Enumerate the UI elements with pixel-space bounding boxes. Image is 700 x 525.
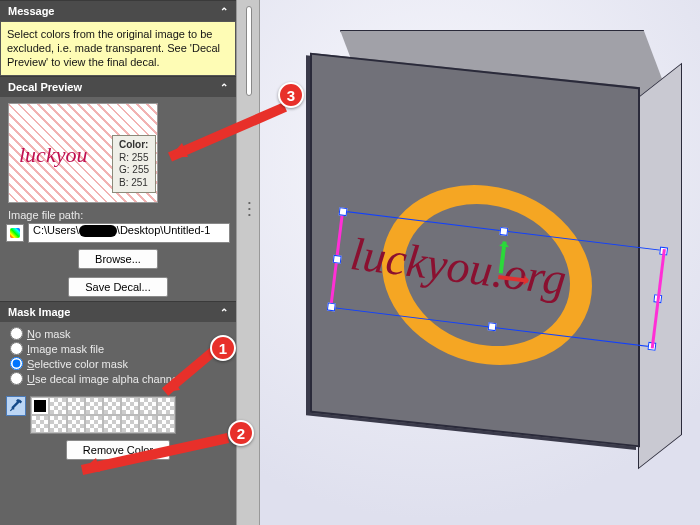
image-file-path-label: Image file path:	[0, 209, 236, 221]
eyedropper-button[interactable]	[6, 396, 26, 416]
color-swatch-empty[interactable]	[67, 397, 85, 415]
svg-line-2	[82, 438, 228, 470]
image-icon	[6, 224, 24, 242]
message-body: Select colors from the original image to…	[0, 21, 236, 76]
tooltip-g: G: 255	[119, 164, 149, 175]
chevron-up-icon: ⌃	[220, 82, 228, 93]
resize-handle[interactable]	[333, 255, 342, 264]
color-swatch-empty[interactable]	[103, 397, 121, 415]
image-file-path-input[interactable]: C:\Users\\Desktop\Untitled-1	[28, 223, 230, 243]
radio-alpha-input[interactable]	[10, 372, 23, 385]
chevron-up-icon: ⌃	[220, 6, 228, 17]
resize-handle[interactable]	[499, 227, 508, 236]
image-file-path-row: C:\Users\\Desktop\Untitled-1	[0, 221, 236, 245]
save-decal-button[interactable]: Save Decal...	[68, 277, 167, 297]
move-gizmo-y[interactable]	[498, 241, 506, 273]
resize-handle[interactable]	[659, 247, 668, 256]
callout-3: 3	[278, 82, 304, 108]
color-swatch-empty[interactable]	[85, 397, 103, 415]
color-swatch-empty[interactable]	[121, 397, 139, 415]
color-swatch-black[interactable]	[31, 397, 49, 415]
viewport-3d[interactable]: luckyou.org	[260, 0, 700, 525]
tooltip-b: B: 251	[119, 177, 148, 188]
color-swatch-empty[interactable]	[31, 415, 49, 433]
splitter-grip-icon: •••	[248, 200, 251, 218]
resize-handle[interactable]	[487, 322, 496, 331]
resize-handle[interactable]	[653, 294, 662, 303]
eyedropper-icon	[9, 399, 23, 413]
annotation-arrow-2	[60, 428, 240, 488]
radio-no-mask[interactable]: No mask	[10, 326, 226, 341]
radio-image-mask-input[interactable]	[10, 342, 23, 355]
path-redacted	[79, 225, 117, 237]
svg-line-4	[170, 107, 285, 157]
callout-1: 1	[210, 335, 236, 361]
decal-preview-title: Decal Preview	[8, 81, 82, 93]
splitter-handle[interactable]	[246, 6, 252, 96]
move-gizmo-x[interactable]	[498, 275, 528, 283]
callout-2: 2	[228, 420, 254, 446]
message-title: Message	[8, 5, 54, 17]
mask-image-header[interactable]: Mask Image ⌃	[0, 301, 236, 322]
chevron-up-icon: ⌃	[220, 307, 228, 318]
tooltip-label: Color:	[119, 139, 148, 150]
model-cube[interactable]: luckyou.org	[310, 30, 670, 460]
radio-selective-input[interactable]	[10, 357, 23, 370]
path-suffix: \Desktop\Untitled-1	[117, 224, 211, 236]
preview-decal-text: luckyou	[19, 142, 87, 168]
path-prefix: C:\Users\	[33, 224, 79, 236]
browse-button[interactable]: Browse...	[78, 249, 158, 269]
color-swatch-empty[interactable]	[49, 397, 67, 415]
mask-image-title: Mask Image	[8, 306, 70, 318]
resize-handle[interactable]	[339, 207, 348, 216]
message-section-header[interactable]: Message ⌃	[0, 0, 236, 21]
annotation-arrow-3	[150, 95, 300, 175]
radio-no-mask-input[interactable]	[10, 327, 23, 340]
resize-handle[interactable]	[327, 303, 336, 312]
resize-handle[interactable]	[647, 342, 656, 351]
tooltip-r: R: 255	[119, 152, 148, 163]
